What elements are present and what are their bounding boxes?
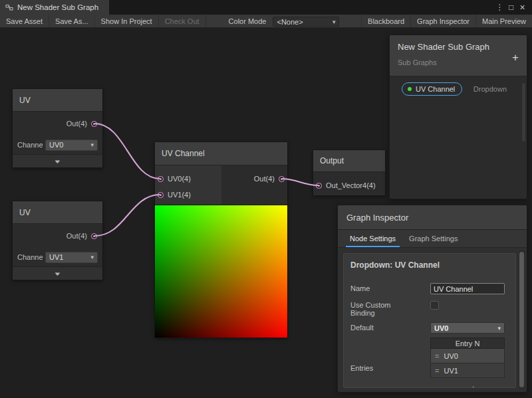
collapse-chevron-icon: ▾ bbox=[55, 158, 61, 165]
default-value: UV0 bbox=[434, 324, 448, 332]
out-port-label: Out(4) bbox=[66, 120, 87, 128]
entries-section: Entries Entry N = UV0 = UV1 bbox=[350, 338, 509, 378]
collapse-button[interactable]: ▾ bbox=[13, 154, 102, 167]
channel-value: UV0 bbox=[49, 141, 63, 149]
property-label: UV Channel bbox=[416, 85, 455, 93]
property-type-label: Dropdown bbox=[473, 85, 507, 93]
default-row: Default UV0 ▾ bbox=[350, 322, 509, 334]
binding-checkbox[interactable] bbox=[430, 301, 439, 310]
channel-dropdown[interactable]: UV1 ▾ bbox=[45, 252, 98, 263]
inspector-header[interactable]: Graph Inspector bbox=[338, 205, 527, 230]
node-header[interactable]: UV bbox=[13, 201, 102, 224]
binding-row: Use Custom Binding bbox=[350, 300, 509, 317]
channel-dropdown[interactable]: UV0 ▾ bbox=[45, 140, 98, 151]
inspector-section-title: Dropdown: UV Channel bbox=[350, 260, 509, 270]
color-mode-value: <None> bbox=[277, 18, 303, 26]
channel-label: Channe bbox=[17, 253, 44, 261]
out-port-row: Out(4) bbox=[13, 112, 102, 136]
uv-gradient-preview bbox=[155, 205, 287, 338]
graph-inspector-toggle-button[interactable]: Graph Inspector bbox=[410, 15, 475, 27]
main-preview-toggle-button[interactable]: Main Preview bbox=[475, 15, 532, 27]
collapse-chevron-icon: ▾ bbox=[55, 270, 61, 277]
binding-label: Use Custom Binding bbox=[350, 300, 404, 317]
entry-label: UV0 bbox=[444, 352, 458, 360]
show-in-project-button[interactable]: Show In Project bbox=[95, 15, 159, 27]
graph-inspector-panel[interactable]: Graph Inspector Node Settings Graph Sett… bbox=[337, 205, 527, 393]
chevron-down-icon: ▾ bbox=[497, 325, 501, 332]
add-property-button[interactable]: + bbox=[512, 51, 519, 64]
in-port-row: UV1(4) bbox=[155, 187, 287, 203]
input-port-label: UV0(4) bbox=[168, 175, 191, 183]
scrollbar-thumb[interactable] bbox=[519, 252, 524, 387]
entries-footer: + − bbox=[430, 381, 509, 388]
default-dropdown[interactable]: UV0 ▾ bbox=[430, 322, 505, 334]
collapse-button[interactable]: ▾ bbox=[13, 266, 102, 280]
node-header[interactable]: UV bbox=[13, 89, 102, 112]
entries-label: Entries bbox=[350, 364, 373, 372]
node-uv-channel[interactable]: UV Channel UV0(4) UV1(4) Out(4) bbox=[154, 142, 288, 338]
name-field[interactable] bbox=[430, 283, 505, 294]
close-icon[interactable]: × bbox=[517, 2, 528, 13]
blackboard-header[interactable]: New Shader Sub Graph Sub Graphs + bbox=[390, 35, 527, 76]
drag-handle-icon[interactable]: = bbox=[435, 352, 439, 360]
maximize-icon[interactable]: □ bbox=[505, 3, 517, 12]
node-header[interactable]: Output bbox=[313, 150, 385, 172]
out-port-label: Out(4) bbox=[66, 232, 87, 240]
inspector-scrollbar[interactable] bbox=[519, 250, 525, 389]
menu-icon[interactable]: ⋮ bbox=[494, 3, 505, 12]
chevron-down-icon: ▾ bbox=[90, 142, 94, 148]
color-mode-dropdown[interactable]: <None> ▾ bbox=[273, 17, 339, 27]
input-port-label: Out_Vector4(4) bbox=[326, 181, 376, 189]
node-body: Out_Vector4(4) bbox=[313, 172, 385, 195]
exposed-dot-icon bbox=[408, 87, 412, 91]
channel-row: Channe UV0 ▾ bbox=[13, 136, 102, 154]
property-row: UV Channel Dropdown bbox=[390, 82, 527, 96]
blackboard-toggle-button[interactable]: Blackboard bbox=[361, 15, 410, 27]
out-port-row: Out(4) bbox=[254, 173, 285, 185]
node-uv-1[interactable]: UV Out(4) Channe UV0 ▾ ▾ bbox=[12, 88, 103, 168]
property-pill[interactable]: UV Channel bbox=[402, 82, 462, 96]
edge[interactable] bbox=[95, 195, 160, 236]
node-body: UV0(4) UV1(4) Out(4) bbox=[155, 165, 287, 205]
entry-row[interactable]: = UV0 bbox=[430, 349, 505, 363]
tab-graph-settings[interactable]: Graph Settings bbox=[402, 230, 464, 247]
check-out-button: Check Out bbox=[159, 15, 206, 27]
default-label: Default bbox=[350, 322, 430, 332]
shader-graph-icon bbox=[5, 3, 13, 11]
entry-label: UV1 bbox=[444, 367, 458, 375]
title-bar: New Shader Sub Graph ⋮ □ × bbox=[0, 0, 532, 15]
node-uv-2[interactable]: UV Out(4) Channe UV1 ▾ ▾ bbox=[12, 201, 103, 280]
inspector-title: Graph Inspector bbox=[346, 213, 408, 223]
graph-canvas[interactable]: UV Out(4) Channe UV0 ▾ ▾ UV Out(4) Chann… bbox=[0, 28, 532, 398]
in-port-row: Out_Vector4(4) bbox=[316, 179, 376, 191]
node-title: UV Channel bbox=[162, 149, 205, 158]
node-title: UV bbox=[19, 208, 31, 217]
save-as-button[interactable]: Save As... bbox=[49, 15, 95, 27]
node-header[interactable]: UV Channel bbox=[155, 142, 287, 165]
name-label: Name bbox=[350, 283, 430, 292]
window-controls: ⋮ □ × bbox=[494, 0, 532, 15]
node-title: Output bbox=[320, 156, 344, 165]
channel-label: Channe bbox=[17, 141, 44, 149]
name-row: Name bbox=[350, 283, 509, 294]
drag-handle-icon[interactable]: = bbox=[435, 367, 439, 375]
tab-node-settings[interactable]: Node Settings bbox=[343, 230, 402, 247]
add-entry-button[interactable]: + bbox=[471, 383, 476, 388]
entries-list: Entry N = UV0 = UV1 bbox=[430, 338, 505, 378]
inspector-tabs: Node Settings Graph Settings bbox=[338, 230, 527, 248]
blackboard-subtitle: Sub Graphs bbox=[398, 58, 519, 66]
blackboard-scrollbar[interactable] bbox=[522, 83, 525, 142]
edge[interactable] bbox=[95, 124, 160, 179]
node-output[interactable]: Output Out_Vector4(4) bbox=[313, 149, 386, 196]
remove-entry-button[interactable]: − bbox=[486, 383, 491, 388]
tab-title: New Shader Sub Graph bbox=[17, 3, 98, 11]
save-asset-button[interactable]: Save Asset bbox=[0, 15, 49, 27]
entry-row[interactable]: = UV1 bbox=[430, 363, 505, 378]
chevron-down-icon: ▾ bbox=[332, 19, 336, 25]
color-mode-label: Color Mode bbox=[223, 15, 272, 27]
blackboard-panel[interactable]: New Shader Sub Graph Sub Graphs + UV Cha… bbox=[389, 35, 527, 199]
tab-shader-subgraph[interactable]: New Shader Sub Graph bbox=[0, 0, 109, 15]
out-port-label: Out(4) bbox=[254, 175, 275, 183]
channel-row: Channe UV1 ▾ bbox=[13, 248, 102, 266]
inspector-content: Dropdown: UV Channel Name Use Custom Bin… bbox=[343, 253, 516, 388]
